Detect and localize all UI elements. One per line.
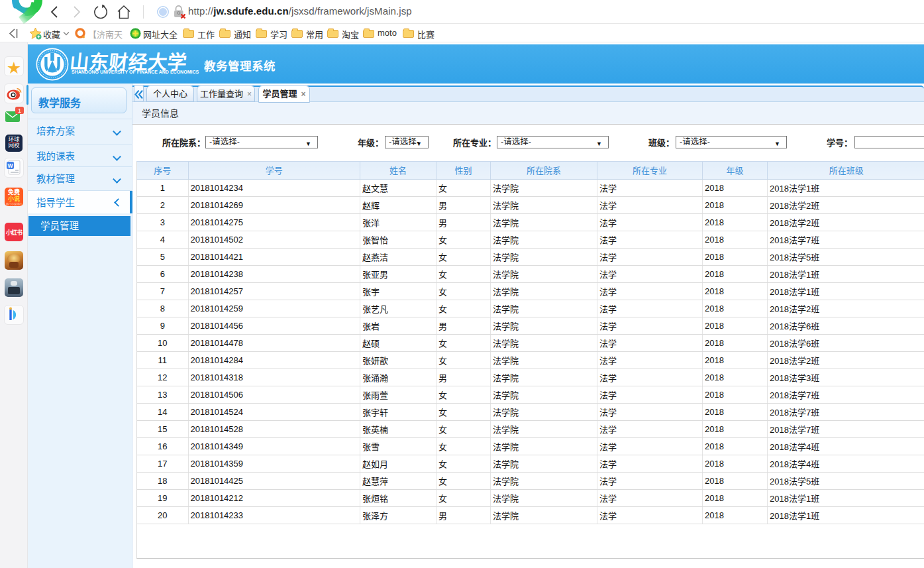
svg-text:1: 1 bbox=[18, 107, 21, 114]
svg-text:W: W bbox=[7, 162, 13, 169]
